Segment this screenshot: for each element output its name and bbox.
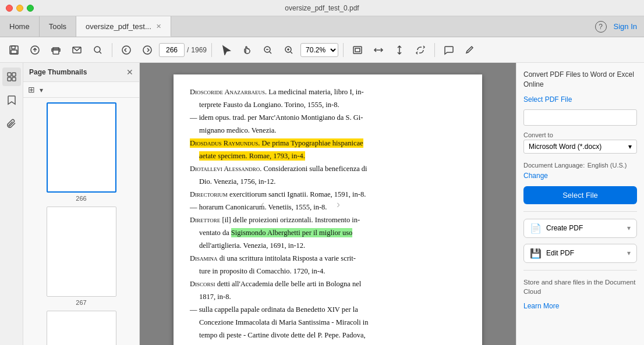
print-button[interactable]: [47, 41, 65, 59]
tab-tools[interactable]: Tools: [40, 16, 76, 37]
sidebar-thumbnails-icon[interactable]: [2, 67, 21, 86]
create-pdf-row[interactable]: 📄 Create PDF ▾: [523, 219, 637, 238]
rotate-button[interactable]: [411, 41, 430, 59]
thumbnail-image: [47, 207, 116, 297]
email-button[interactable]: [68, 41, 86, 59]
left-sidebar: [0, 63, 23, 345]
pdf-line: Dioscoride Anazarbaeus. La medicinal mat…: [190, 86, 466, 98]
separator: [523, 211, 637, 212]
thumbnail-item[interactable]: 266: [47, 102, 116, 202]
sidebar-bookmarks-icon[interactable]: [2, 91, 21, 109]
draw-button[interactable]: [461, 41, 479, 59]
svg-point-7: [122, 46, 130, 54]
language-label: Document Language:: [523, 162, 585, 169]
edit-pdf-row[interactable]: 💾 Edit PDF ▾: [523, 244, 637, 263]
separator-4: [434, 43, 435, 57]
svg-point-8: [143, 46, 151, 54]
zoom-in-button[interactable]: [279, 41, 298, 59]
sign-in-button[interactable]: Sign In: [614, 22, 637, 31]
help-button[interactable]: ?: [595, 21, 607, 33]
pdf-line: Direttore [il] delle proiezioni orizzont…: [190, 214, 466, 226]
title-bar: oversize_pdf_test_0.pdf: [0, 0, 644, 16]
edit-pdf-label: Edit PDF: [546, 249, 627, 257]
page-input-group: / 1969: [159, 43, 207, 57]
thumbnail-options-icon[interactable]: ▾: [40, 86, 43, 94]
pdf-line: ventato da Sigismondo Alberghetti per il…: [190, 227, 466, 239]
comment-button[interactable]: [440, 41, 458, 59]
tab-home[interactable]: Home: [0, 16, 40, 37]
thumbnail-item[interactable]: 268: [47, 311, 116, 345]
svg-rect-12: [8, 73, 11, 76]
pdf-line: Disamina di una scrittura intitolata Ris…: [190, 252, 466, 264]
pdf-line: aetate specimen. Romae, 1793, in-4.: [190, 150, 466, 162]
pdf-line: Discorsi detti all'Accademia delle belle…: [190, 278, 466, 290]
tab-bar: Home Tools oversize_pdf_test... ✕ ? Sign…: [0, 16, 644, 37]
thumbnail-image: [47, 311, 116, 345]
change-language-link[interactable]: Change: [523, 172, 548, 180]
pdf-area: ‹ Dioscoride Anazarbaeus. La medicinal m…: [140, 63, 516, 345]
convert-to-dropdown[interactable]: Microsoft Word (*.docx) ▾: [523, 140, 637, 154]
pdf-line: dell'artiglieria. Venezia, 1691, in-12.: [190, 240, 466, 251]
toolbar: / 1969 70.2% 50% 100% 125% 150%: [0, 37, 644, 63]
thumbnail-list: 266: [23, 98, 139, 345]
pdf-line: terprete Fausto da Longiano. Torino, 155…: [190, 99, 466, 111]
fit-height-button[interactable]: [390, 41, 409, 59]
prev-page-button[interactable]: [117, 41, 136, 59]
create-pdf-chevron-icon: ▾: [627, 224, 631, 232]
edit-pdf-icon: 💾: [530, 248, 542, 259]
pdf-line: Diosdadus Raymundus. De prima Typographi…: [190, 137, 466, 149]
store-share-text: Store and share files in the Document Cl…: [523, 278, 637, 296]
svg-rect-15: [12, 77, 16, 81]
pdf-line: mignano medico. Venezia.: [190, 125, 466, 136]
page-number-input[interactable]: [159, 43, 185, 57]
search-button[interactable]: [89, 41, 107, 59]
traffic-lights: [6, 5, 34, 12]
create-pdf-icon: 📄: [530, 223, 542, 234]
tab-file[interactable]: oversize_pdf_test... ✕: [76, 16, 171, 37]
pdf-line: 1817, in-8.: [190, 291, 466, 303]
language-value: English (U.S.): [588, 162, 627, 169]
separator-1: [112, 43, 112, 57]
cursor-tool-button[interactable]: [217, 41, 235, 59]
tab-close-icon[interactable]: ✕: [156, 23, 161, 30]
prev-page-arrow[interactable]: ‹: [261, 198, 264, 210]
convert-to-value: Microsoft Word (*.docx): [529, 143, 601, 151]
thumbnail-header: Page Thumbnails ✕: [23, 63, 139, 82]
convert-section-title: Convert PDF Files to Word or Excel Onlin…: [523, 70, 637, 90]
separator-2: [211, 43, 212, 57]
zoom-out-button[interactable]: [259, 41, 277, 59]
svg-point-6: [94, 47, 100, 52]
learn-more-link[interactable]: Learn More: [523, 302, 637, 310]
window-title: oversize_pdf_test_0.pdf: [285, 4, 359, 12]
next-page-arrow[interactable]: ›: [337, 198, 340, 210]
thumbnail-grid-view-button[interactable]: ⊞: [28, 85, 35, 94]
thumbnail-panel: Page Thumbnails ✕ ⊞ ▾: [23, 63, 140, 345]
svg-rect-1: [12, 46, 15, 49]
svg-rect-2: [11, 50, 17, 54]
next-page-button[interactable]: [138, 41, 157, 59]
separator-3: [343, 43, 344, 57]
upload-button[interactable]: [26, 41, 44, 59]
fit-page-button[interactable]: [348, 41, 367, 59]
zoom-select[interactable]: 70.2% 50% 100% 125% 150%: [300, 43, 338, 57]
edit-pdf-chevron-icon: ▾: [627, 249, 631, 257]
sidebar-attachments-icon[interactable]: [2, 114, 21, 133]
hand-tool-button[interactable]: [238, 41, 256, 59]
pdf-line: Concezione Immacolata di Maria Santissim…: [190, 316, 466, 328]
pdf-line: ture in proposito di Comacchio. 1720, in…: [190, 265, 466, 277]
fit-width-button[interactable]: [369, 41, 388, 59]
select-file-button[interactable]: Select File: [523, 186, 637, 204]
thumbnail-close-button[interactable]: ✕: [126, 67, 133, 77]
separator-2: [523, 270, 637, 271]
tab-bar-actions: ? Sign In: [595, 21, 637, 33]
thumbnail-page-number: 266: [76, 195, 86, 202]
pdf-file-input[interactable]: [523, 109, 637, 126]
maximize-button[interactable]: [27, 5, 34, 12]
close-button[interactable]: [6, 5, 13, 12]
save-button[interactable]: [5, 41, 23, 59]
thumbnail-page-number: 267: [76, 299, 86, 306]
thumbnail-item[interactable]: 267: [47, 207, 116, 306]
minimize-button[interactable]: [16, 5, 23, 12]
select-pdf-file-link[interactable]: Select PDF File: [523, 95, 637, 104]
svg-rect-11: [353, 47, 362, 54]
